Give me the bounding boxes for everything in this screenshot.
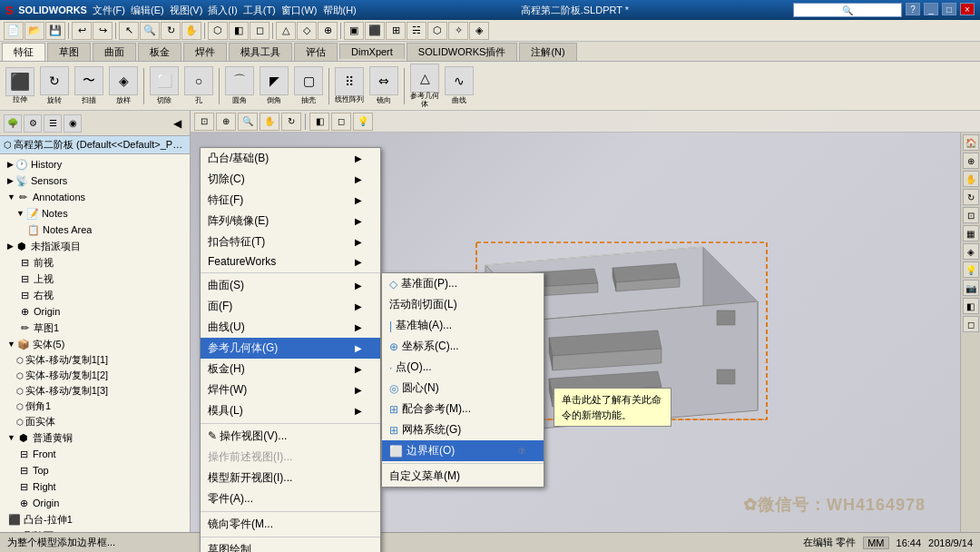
axis-button[interactable]: ⊕	[318, 22, 338, 40]
tree-item-history[interactable]: ▶ 🕐 History	[2, 156, 188, 172]
menu-edit[interactable]: 编辑(E)	[131, 4, 164, 17]
vp-zoom-area[interactable]: 🔍	[238, 113, 258, 131]
rs-home[interactable]: 🏠	[963, 134, 979, 151]
reference-button[interactable]: △	[276, 22, 296, 40]
cm-bbox[interactable]: ⬜ 边界框(O) ⑦	[382, 440, 544, 461]
vp-zoom-in[interactable]: ⊕	[216, 113, 236, 131]
select-button[interactable]: ↖	[119, 22, 139, 40]
tree-item-solid5[interactable]: ▼ 📦 实体(5)	[2, 336, 188, 352]
mirror-btn[interactable]: ⇔ 镜向	[368, 66, 400, 105]
cm-viewop3[interactable]: 模型新开视图(I)...	[201, 468, 380, 488]
cm-center[interactable]: ◎ 圆心(N)	[382, 378, 544, 399]
tab-dimxpert[interactable]: DimXpert	[339, 44, 405, 59]
tab-sheetmetal[interactable]: 板金	[138, 43, 181, 61]
tree-item-annotations[interactable]: ▼ ✏ Annotations	[2, 189, 188, 205]
tree-item-notes-area[interactable]: 📋 Notes Area	[2, 222, 188, 238]
cm-sheetmetal[interactable]: 板金(H)▶	[201, 359, 380, 380]
restore-button[interactable]: □	[942, 3, 956, 15]
cm-ref-axis[interactable]: | 基准轴(A)...	[382, 315, 544, 336]
menu-window[interactable]: 窗口(W)	[281, 4, 318, 17]
vp-lights[interactable]: 💡	[353, 113, 373, 131]
linear-pattern-btn[interactable]: ⠿ 线性阵列	[333, 67, 366, 104]
cm-fastening[interactable]: 扣合特征(T)▶	[201, 232, 380, 252]
tb-extra-5[interactable]: ⬡	[427, 22, 447, 40]
rs-camera[interactable]: 📷	[963, 280, 979, 296]
undo-button[interactable]: ↩	[72, 22, 92, 40]
vp-zoom-fit[interactable]: ⊡	[194, 113, 214, 131]
help-icon[interactable]: ?	[906, 3, 920, 15]
cm-boss-base[interactable]: 凸台/基础(B)▶	[201, 148, 380, 169]
tree-item-solidmove2[interactable]: ⬡ 实体-移动/复制1[2]	[2, 368, 188, 383]
curves-btn[interactable]: ∿ 曲线	[443, 66, 475, 105]
tree-item-notes[interactable]: ▼ 📝 Notes	[2, 205, 188, 222]
tab-surface[interactable]: 曲面	[93, 43, 136, 61]
view-display[interactable]: ◻	[250, 22, 270, 40]
rs-rotate[interactable]: ↻	[963, 189, 979, 205]
tree-item-top[interactable]: ⊟ 上视	[2, 271, 188, 287]
tab-feature[interactable]: 特征	[2, 43, 45, 61]
cm-face[interactable]: 面(F)▶	[201, 296, 380, 317]
cut-extrude-btn[interactable]: ⬜ 切除	[148, 66, 181, 105]
tb-extra-1[interactable]: ▣	[344, 22, 364, 40]
feature-manager-icon[interactable]: 🌳	[4, 114, 22, 133]
cm-viewop[interactable]: ✎ 操作视图(V)...	[201, 426, 380, 447]
tree-item-origin2[interactable]: ⊕ Origin	[2, 495, 188, 511]
menu-tools[interactable]: 工具(T)	[243, 4, 276, 17]
open-button[interactable]: 📂	[24, 22, 44, 40]
tree-item-sketch1[interactable]: ✏ 草图1	[2, 320, 188, 336]
tree-item-front[interactable]: ⊟ 前视	[2, 254, 188, 271]
tb-extra-6[interactable]: ✧	[448, 22, 468, 40]
menu-file[interactable]: 文件(F)	[93, 4, 125, 17]
tab-sketch[interactable]: 草图	[47, 43, 91, 61]
tab-weldment[interactable]: 焊件	[183, 43, 227, 61]
tab-mold[interactable]: 模具工具	[229, 43, 292, 61]
sweep-btn[interactable]: 〜 扫描	[73, 66, 105, 105]
property-manager-icon[interactable]: ⚙	[24, 114, 42, 133]
config-manager-icon[interactable]: ☰	[44, 114, 62, 133]
view-orient[interactable]: ⬡	[208, 22, 228, 40]
search-box[interactable]: 🔍	[793, 3, 902, 17]
view-section[interactable]: ◧	[229, 22, 249, 40]
cm-refgeo[interactable]: 参考几何体(G)▶	[201, 338, 380, 359]
cm-sketch-draw[interactable]: 草图绘制	[201, 539, 380, 552]
tab-annotation[interactable]: 注解(N)	[519, 43, 576, 61]
cm-pattern[interactable]: 阵列/镜像(E)▶	[201, 211, 380, 232]
rs-normal[interactable]: ⊡	[963, 207, 979, 223]
hole-btn[interactable]: ○ 孔	[182, 66, 215, 105]
rs-lights[interactable]: 💡	[963, 261, 979, 278]
close-button[interactable]: ×	[960, 3, 975, 15]
cm-mold[interactable]: 模具(L)▶	[201, 400, 380, 421]
cm-viewop2[interactable]: 操作前述视图(I)...	[201, 447, 380, 468]
tree-item-brass[interactable]: ▼ ⬢ 普通黄铜	[2, 429, 188, 446]
fillet-btn[interactable]: ⌒ 圆角	[223, 66, 256, 105]
rs-pan[interactable]: ✋	[963, 171, 979, 187]
tree-collapse-btn[interactable]: ◀	[173, 117, 186, 130]
extruded-boss-btn[interactable]: ⬛ 拉伸	[4, 67, 36, 104]
vp-rotate[interactable]: ↻	[281, 113, 301, 131]
rs-zoom[interactable]: ⊕	[963, 153, 979, 169]
plane-button[interactable]: ◇	[297, 22, 317, 40]
cm-feature[interactable]: 特征(F)▶	[201, 190, 380, 211]
cm-cut[interactable]: 切除(C)▶	[201, 169, 380, 190]
cm-point[interactable]: · 点(O)...	[382, 357, 544, 378]
rs-front[interactable]: ▦	[963, 225, 979, 242]
tab-evaluate[interactable]: 评估	[294, 43, 338, 61]
tree-item-right2[interactable]: ⊟ Right	[2, 478, 188, 495]
revolve-btn[interactable]: ↻ 旋转	[38, 66, 71, 105]
save-button[interactable]: 💾	[45, 22, 65, 40]
rs-section[interactable]: ◧	[963, 298, 979, 314]
new-button[interactable]: 📄	[4, 22, 24, 40]
rs-display[interactable]: ◻	[963, 316, 979, 332]
tree-item-boss1[interactable]: ⬛ 凸台-拉伸1	[2, 511, 188, 527]
minimize-button[interactable]: _	[924, 3, 938, 15]
chamfer-btn[interactable]: ◤ 倒角	[258, 66, 290, 105]
feature-tree[interactable]: ▶ 🕐 History ▶ 📡 Sensors ▼ ✏ Annotations	[0, 154, 190, 532]
tree-item-right[interactable]: ⊟ 右视	[2, 287, 188, 303]
cm-weldment[interactable]: 焊件(W)▶	[201, 380, 380, 400]
cm-surface[interactable]: 曲面(S)▶	[201, 275, 380, 296]
tree-item-origin[interactable]: ⊕ Origin	[2, 303, 188, 320]
cm-mate-ref[interactable]: ⊞ 配合参考(M)...	[382, 399, 544, 419]
tab-addins[interactable]: SOLIDWORKS插件	[407, 43, 518, 61]
loft-btn[interactable]: ◈ 放样	[107, 66, 140, 105]
tree-item-solidmove3[interactable]: ⬡ 实体-移动/复制1[3]	[2, 383, 188, 399]
